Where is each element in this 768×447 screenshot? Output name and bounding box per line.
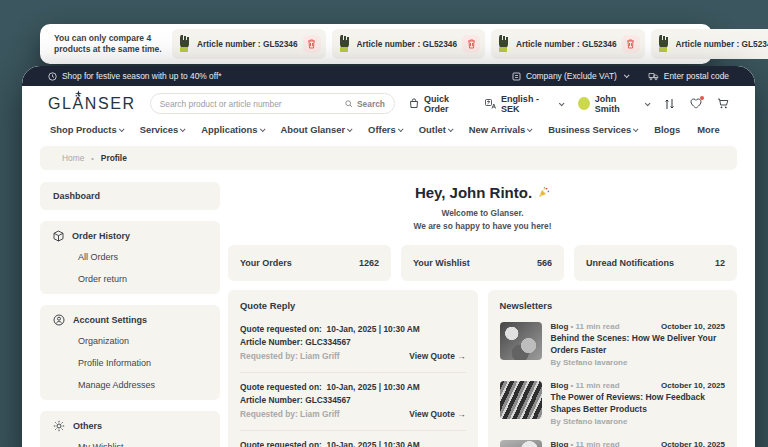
newsletter-date: October 10, 2025 [661,322,725,331]
quick-order-label: Quick Order [424,94,470,114]
chevron-down-icon [119,126,125,132]
newsletter-read-time: • 11 min read [571,381,620,390]
remove-compare-item-button[interactable] [303,35,321,53]
translate-icon [485,99,496,109]
quote-item: Quote requested on: 10-Jan, 2025 | 10:30… [240,315,466,373]
stats-row: Your Orders 1262 Your Wishlist 566 Unrea… [228,245,737,281]
stat-value: 566 [537,258,552,268]
remove-compare-item-button[interactable] [462,35,480,53]
company-vat-selector[interactable]: Company (Exclude VAT) [512,71,628,81]
postal-code-button[interactable]: Enter postal code [648,71,729,81]
newsletter-category: Blog [551,322,569,331]
section-title: Account Settings [73,315,147,325]
article-number-label: Article number : GL52346 [516,39,617,49]
chevron-down-icon [180,126,186,132]
search-input[interactable]: Search product or article number Search [150,93,395,114]
quote-requested-value: 10-Jan, 2025 | 10:30 AM [327,382,420,392]
announcement-bar: Shop for festive season with up to 40% o… [22,66,755,86]
language-selector[interactable]: English - SEK [485,94,563,114]
newsletter-thumbnail [500,381,542,419]
remove-compare-item-button[interactable] [622,35,640,53]
clock-icon [48,72,57,81]
promo-text: Shop for festive season with up to 40% o… [62,71,222,81]
chevron-down-icon [347,126,353,132]
main-page: Shop for festive season with up to 40% o… [22,66,755,447]
arrow-right-icon: → [457,351,465,361]
newsletter-title: The Power of Reviews: How Feedback Shape… [551,392,726,415]
newsletter-item[interactable]: Blog • 11 min read October 10, 2025 The … [500,374,726,433]
quote-requested-label: Quote requested on: [240,382,322,392]
stat-card-orders[interactable]: Your Orders 1262 [228,245,391,281]
wishlist-heart-icon[interactable] [690,98,702,109]
nav-services[interactable]: Services [140,124,185,135]
quote-requested-value: 10-Jan, 2025 | 10:30 AM [327,324,420,334]
profile-sidebar: Dashboard Order History All Orders Order… [40,182,220,447]
sidebar-section-account-settings: Account Settings Organization Profile In… [40,305,220,400]
nav-new-arrivals[interactable]: New Arrivals [469,124,531,135]
quote-article-number: Article Number: GLC334567 [240,394,466,407]
nav-business-services[interactable]: Business Services [548,124,637,135]
product-glove-thumbnail [177,34,192,54]
postal-code-label: Enter postal code [664,71,729,81]
chevron-down-icon [398,126,404,132]
nav-applications[interactable]: Applications [201,124,263,135]
nav-offers[interactable]: Offers [368,124,402,135]
stat-value: 12 [715,258,725,268]
nav-more[interactable]: More [697,124,719,135]
sidebar-item-manage-addresses[interactable]: Manage Addresses [53,374,207,396]
sidebar-item-order-return[interactable]: Order return [53,268,207,290]
view-quote-link[interactable]: View Quote → [409,350,465,363]
others-header[interactable]: Others [53,420,207,432]
logo-text: GLÄNSER [48,95,136,112]
gear-icon [53,420,65,432]
nav-blogs[interactable]: Blogs [654,124,680,135]
compare-product-chip[interactable]: Article number : GL52346 [332,29,486,59]
newsletter-item[interactable]: Blog • 11 min read October 10, 2025 Behi… [500,315,726,374]
account-settings-header[interactable]: Account Settings [53,314,207,326]
site-header: GLÄNSER Search product or article number… [22,86,755,119]
quote-reply-title: Quote Reply [240,300,466,311]
sidebar-item-organization[interactable]: Organization [53,330,207,352]
quote-requested-value: 10-Jan, 2025 | 10:30 AM [327,440,420,447]
stat-card-wishlist[interactable]: Your Wishlist 566 [401,245,564,281]
language-label: English - SEK [501,94,553,114]
user-circle-icon [53,314,65,326]
glanser-logo[interactable]: GLÄNSER [48,95,136,113]
stat-card-notifications[interactable]: Unread Notifications 12 [574,245,737,281]
compare-product-chip[interactable]: Article number : GL52346 [172,29,326,59]
chevron-down-icon [624,72,630,78]
trash-icon [307,39,316,49]
sidebar-item-my-wishlist[interactable]: My Wishlist [53,436,207,447]
wishlist-badge [700,96,704,100]
compare-product-chip[interactable]: Article number : GL52346 [491,29,645,59]
greeting-block: Hey, John Rinto. Welcome to Glanser. We … [228,184,737,232]
nav-about-glanser[interactable]: About Glanser [281,124,352,135]
newsletter-title: Behind the Scenes: How We Deliver Your O… [551,333,726,356]
user-menu[interactable]: John Smith [578,94,649,114]
quote-requested-by: Requested by: Liam Griff [240,408,340,421]
compare-product-chip[interactable]: Article number : GL52346 [651,29,768,59]
nav-shop-products[interactable]: Shop Products [50,124,123,135]
search-button[interactable]: Search [345,99,385,109]
nav-outlet[interactable]: Outlet [419,124,452,135]
newsletters-panel: Newsletters Blog • 11 min read October 1… [488,290,738,447]
sidebar-item-profile-information[interactable]: Profile Information [53,352,207,374]
arrow-right-icon: → [457,409,465,419]
sidebar-item-dashboard[interactable]: Dashboard [40,182,220,210]
search-placeholder: Search product or article number [160,99,282,109]
compare-nav-icon[interactable] [664,98,675,110]
sidebar-section-order-history: Order History All Orders Order return [40,221,220,294]
breadcrumb-home[interactable]: Home [62,153,84,163]
search-icon [345,100,353,108]
stat-label: Unread Notifications [586,258,674,268]
quote-requested-label: Quote requested on: [240,440,322,447]
quick-order-button[interactable]: Quick Order [409,94,470,114]
sidebar-item-all-orders[interactable]: All Orders [53,246,207,268]
newsletter-item[interactable]: Blog • 11 min read October 10, 2025 How … [500,433,726,447]
cart-icon[interactable] [717,98,729,109]
main-nav: Shop Products Services Applications Abou… [22,119,755,144]
order-history-header[interactable]: Order History [53,230,207,242]
view-quote-link[interactable]: View Quote → [409,408,465,421]
quote-item: Quote requested on: 10-Jan, 2025 | 10:30… [240,373,466,431]
sparkle-icon [75,90,82,97]
